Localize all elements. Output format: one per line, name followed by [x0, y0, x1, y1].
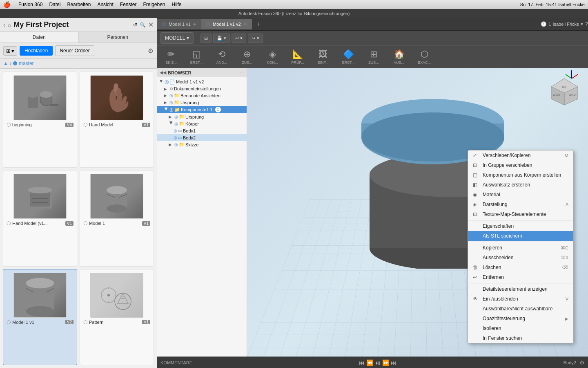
file-info-model1v1: ⬡ Model 1 v1 V2 [7, 319, 74, 325]
tree-item-root[interactable]: ▶ ◎ 📄 Model 1 v1 v2 [157, 78, 247, 85]
save-button[interactable]: 💾 ▾ [213, 34, 230, 43]
upload-button[interactable]: Hochladen [20, 46, 53, 56]
ctx-item-material[interactable]: ◉ Material [468, 190, 573, 200]
ribbon-skizze[interactable]: ✏ SKIZ... [159, 47, 183, 66]
apple-menu[interactable]: 🍎 [3, 1, 10, 8]
ribbon-zusammenstellen[interactable]: ⊕ ZUS... [235, 47, 259, 66]
file-item-model1[interactable]: ⬡ Model 1 V1 [80, 170, 154, 266]
ribbon-aendern[interactable]: ⟲ ÄND... [209, 47, 234, 66]
file-type-icon: ⬡ [83, 319, 87, 325]
add-tab-button[interactable]: + [253, 18, 265, 30]
view-toggle-button[interactable]: ⊞ ▾ [3, 46, 17, 56]
menu-fusion360[interactable]: Fusion 360 [18, 2, 42, 7]
tab-close-model1v1v2[interactable]: ✕ [243, 21, 247, 27]
svg-point-17 [26, 306, 54, 316]
redo-button[interactable]: ↪ ▾ [248, 34, 263, 43]
tab-close-model1v1[interactable]: ● [193, 21, 196, 27]
ctx-item-detail[interactable]: Detailsteuerelement anzeigen [468, 284, 573, 294]
ctx-item-show-hide[interactable]: 👁 Ein-/ausblenden V [468, 294, 573, 304]
file-name-model1: Model 1 [89, 221, 140, 226]
ctx-item-create-selection[interactable]: ◧ Auswahlsatz erstellen [468, 180, 573, 190]
user-display[interactable]: Isabell Fricke [552, 22, 579, 27]
new-folder-button[interactable]: Neuer Ordner [55, 45, 94, 56]
menu-datei[interactable]: Datei [49, 2, 60, 7]
ribbon-ausformen[interactable]: 🏠 AUS... [387, 47, 411, 66]
bottom-settings-button[interactable]: ⚙ [579, 359, 585, 366]
tab-daten[interactable]: Daten [0, 32, 79, 43]
tab-model1v1v2[interactable]: ⬡ Model 1 v1 v2 ✕ [201, 19, 252, 29]
file-item-model1v1[interactable]: ⬡ Model 1 v1 V2 [3, 269, 77, 365]
file-item-handmodel[interactable]: ⬡ Hand Model V1 [80, 72, 154, 168]
playback-start[interactable]: ⏮ [359, 359, 365, 366]
ctx-item-move-copy[interactable]: ⤢ Verschieben/Kopieren M [468, 150, 573, 160]
playback-prev[interactable]: ⏪ [366, 359, 373, 366]
ribbon-pruefen[interactable]: 📐 PRÜF... [285, 47, 310, 66]
workspace: ◀◀ BROWSER ⋯ ▶ ◎ 📄 Model 1 v1 v2 [157, 68, 588, 357]
ribbon-konstruktion[interactable]: ◈ KON... [260, 47, 285, 66]
nav-cube[interactable]: TOP FRONT RIGHT [549, 76, 580, 107]
ctx-item-cut[interactable]: Ausschneiden ⌘X [468, 253, 573, 263]
ctx-item-group-move[interactable]: ⊡ In Gruppe verschieben [468, 160, 573, 170]
ribbon-erstellen[interactable]: ◱ ERST... [184, 47, 209, 66]
toolbar-separator [197, 33, 197, 43]
nav-back-arrow[interactable]: ‹ [3, 22, 5, 28]
file-item-pattern[interactable]: ⬡ Pattern V1 [80, 269, 154, 365]
ribbon-zusammenstellen2[interactable]: ⊞ ZUS... [361, 47, 386, 66]
ctx-item-darstellung[interactable]: ◈ Darstellung A [468, 200, 573, 209]
mac-menubar: 🍎 Fusion 360 Datei Bearbeiten Ansicht Fe… [0, 0, 588, 9]
ctx-item-isolate[interactable]: Isolieren [468, 323, 573, 333]
ribbon-einfuegen[interactable]: 🖼 EINF... [311, 47, 335, 66]
file-item-beginning[interactable]: ⬡ beginning V4 [3, 72, 77, 168]
tab-model1v1[interactable]: ⬡ Model 1 v1 ● [157, 19, 201, 29]
panel-settings-button[interactable]: ⚙ [148, 47, 154, 55]
tree-item-koerper[interactable]: ▶ ◎ 📁 Körper [157, 120, 247, 127]
ctx-item-selectable[interactable]: Auswählbare/Nicht auswählbare [468, 304, 573, 314]
menu-ansicht[interactable]: Ansicht [97, 2, 113, 7]
file-item-handmodelv1[interactable]: ⬡ Hand Model (v1... V1 [3, 170, 77, 266]
tree-item-komponente[interactable]: ▶ ◎ 📁 Komponente1:1 ⊙ [157, 106, 247, 113]
ctx-item-opacity[interactable]: Opazitätssteuerung ▶ [468, 314, 573, 323]
help-button[interactable]: ? [585, 21, 588, 27]
playback-next[interactable]: ⏩ [382, 359, 389, 366]
browser-options-icon[interactable]: ⋯ [240, 70, 244, 75]
menu-bearbeiten[interactable]: Bearbeiten [67, 2, 91, 7]
model-mode-button[interactable]: MODELL ▾ [160, 32, 194, 44]
ctx-item-delete[interactable]: 🗑 Löschen ⌫ [468, 263, 573, 272]
tree-folder-skizze: 📁 [179, 142, 185, 147]
ctx-item-remove[interactable]: ↩ Entfernen [468, 272, 573, 282]
ctx-item-save-stl[interactable]: Als STL speichern [468, 231, 573, 241]
tree-item-docset[interactable]: ▶ ⚙ Dokumenteinstellungen [157, 85, 247, 92]
home-icon[interactable]: ⌂ [8, 22, 11, 28]
playback-play[interactable]: ⏯ [375, 359, 381, 366]
ribbon-erstellen2[interactable]: 🔷 ERST... [336, 47, 361, 66]
browser-collapse-icon[interactable]: ◀◀ [160, 70, 166, 75]
tree-item-skizze[interactable]: ▶ ◎ 📁 Skizze [157, 141, 247, 148]
tree-item-ursprung-root[interactable]: ▶ ◎ 📁 Ursprung [157, 99, 247, 106]
grid-view-icon: ⊞ [6, 48, 11, 54]
ctx-item-create-component[interactable]: ◫ Komponenten aus Körpern erstellen [468, 170, 573, 180]
aendern-icon: ⟲ [218, 49, 225, 60]
tree-item-views[interactable]: ▶ ◎ 📁 Benannte Ansichten [157, 92, 247, 99]
search-icon[interactable]: 🔍 [140, 22, 146, 28]
header-actions: ↺ 🔍 ✕ [133, 21, 154, 29]
ribbon-exact[interactable]: ⬡ EXAC... [412, 47, 437, 66]
close-panel-button[interactable]: ✕ [148, 21, 154, 29]
tab-personen[interactable]: Personen [79, 32, 157, 43]
history-icon[interactable]: 🕐 [541, 21, 547, 27]
menu-freigeben[interactable]: Freigeben [143, 2, 165, 7]
tree-item-ursprung-child[interactable]: ▶ ◎ 📁 Ursprung [157, 113, 247, 120]
viewport[interactable]: TOP FRONT RIGHT [247, 68, 588, 357]
menu-hilfe[interactable]: Hilfe [172, 2, 182, 7]
tree-item-body1[interactable]: ◎ ▭ Body1 [157, 127, 247, 134]
refresh-icon[interactable]: ↺ [133, 22, 137, 28]
undo-button[interactable]: ↩ ▾ [232, 34, 246, 43]
view-layout-button[interactable]: ⊞ [200, 34, 212, 43]
tree-item-body2[interactable]: ◎ ▭ Body2 [157, 134, 247, 141]
ctx-item-texture[interactable]: ⊡ Texture-Map-Steuerelemente [468, 209, 573, 219]
ctx-item-find[interactable]: In Fenster suchen [468, 333, 573, 343]
breadcrumb-master[interactable]: master [19, 61, 34, 66]
ctx-item-properties[interactable]: Eigenschaften [468, 221, 573, 231]
menu-fenster[interactable]: Fenster [120, 2, 137, 7]
playback-end[interactable]: ⏭ [391, 359, 396, 366]
ctx-item-copy[interactable]: Kopieren ⌘C [468, 243, 573, 253]
